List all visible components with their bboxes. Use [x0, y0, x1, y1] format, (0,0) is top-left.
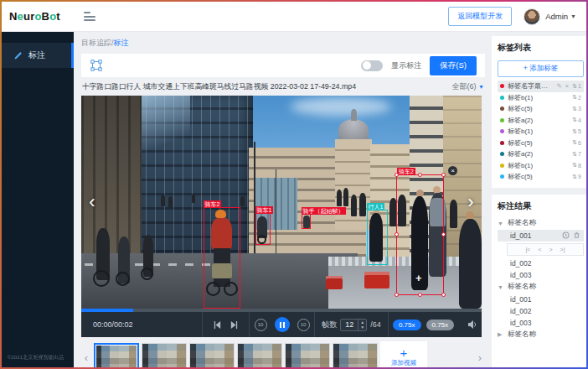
- sort-arrows-icon[interactable]: ⇅: [572, 162, 577, 169]
- label-row[interactable]: 标签a(2)⇅4: [498, 115, 584, 127]
- edit-label-icon[interactable]: ✎: [557, 82, 562, 90]
- result-group-collapsed[interactable]: ▶标签名称: [498, 329, 584, 341]
- scene-pedestrian: [161, 195, 165, 206]
- pause-button[interactable]: [275, 317, 290, 332]
- sort-arrows-icon[interactable]: ⇅: [572, 151, 577, 158]
- resize-handle[interactable]: [395, 232, 399, 236]
- time-display: 00:00/00:02: [93, 320, 133, 329]
- scene-red-bus: [326, 276, 343, 289]
- result-item[interactable]: id_003: [498, 269, 584, 281]
- result-item-selected[interactable]: id_001: [498, 230, 584, 242]
- result-group[interactable]: ▼标签名称: [498, 217, 584, 230]
- video-thumbnail-3[interactable]: [189, 343, 235, 367]
- show-annotations-toggle[interactable]: [361, 60, 383, 71]
- jump-forward-icon[interactable]: 10: [297, 319, 310, 331]
- video-thumbnail-5[interactable]: [285, 343, 330, 367]
- add-video-button[interactable]: + 添加视频: [380, 341, 427, 367]
- prev-frame-icon[interactable]: <: [538, 247, 541, 252]
- filmstrip-prev-chevron[interactable]: ‹: [81, 351, 91, 364]
- label-row[interactable]: 标签b(1)⇅8: [498, 160, 584, 172]
- speed-pill-primary[interactable]: 0.75x: [393, 320, 421, 330]
- label-row[interactable]: 标签b(1)⇅5: [498, 126, 584, 138]
- video-thumbnail-6[interactable]: [333, 343, 378, 367]
- bbox-rider-startframe[interactable]: 骑手（起始帧）: [302, 214, 311, 229]
- next-frame-icon[interactable]: >: [549, 247, 553, 252]
- filmstrip: ‹ + 添加视频 ›: [81, 337, 485, 367]
- resize-handle[interactable]: [418, 293, 422, 297]
- sort-arrows-icon[interactable]: ⇅: [572, 94, 577, 101]
- next-frame-icon[interactable]: [230, 320, 239, 330]
- delete-box-button[interactable]: ×: [448, 166, 457, 175]
- scene-streetlight: [276, 169, 276, 257]
- filmstrip-next-chevron[interactable]: ›: [475, 351, 485, 364]
- trash-icon[interactable]: [573, 231, 580, 239]
- scene-wheel: [93, 270, 110, 287]
- last-frame-icon[interactable]: >|: [560, 247, 565, 252]
- video-thumbnail-4[interactable]: [237, 343, 282, 367]
- content-area: 目标追踪/标注 显示标注 保存(S): [74, 32, 586, 367]
- resize-handle[interactable]: [395, 293, 399, 297]
- center-column: 目标追踪/标注 显示标注 保存(S): [81, 35, 485, 367]
- track-time-icon[interactable]: [562, 231, 570, 239]
- user-menu[interactable]: Admin▼: [545, 12, 576, 21]
- stepper-down-icon[interactable]: ▼: [358, 325, 366, 330]
- prev-video-chevron[interactable]: ‹: [85, 190, 100, 215]
- chevron-down-icon: ▼: [478, 84, 484, 90]
- sidebar-body: 标注 ©2021北京矩视智能出品: [2, 32, 74, 367]
- label-row[interactable]: 标签名字最长数... ✎ × ⇅1: [498, 81, 584, 92]
- jump-back-icon[interactable]: 10: [255, 319, 267, 331]
- bbox-pedestrian1[interactable]: 行人1: [367, 210, 388, 265]
- label-row[interactable]: 标签c(5)⇅3: [498, 103, 584, 115]
- add-label-button[interactable]: + 添加标签: [498, 60, 584, 77]
- result-group[interactable]: ▼标签名称: [498, 281, 584, 294]
- save-button[interactable]: 保存(S): [430, 56, 477, 75]
- label-row[interactable]: 标签c(5)⇅9: [498, 171, 584, 183]
- user-avatar[interactable]: [524, 8, 540, 25]
- filter-dropdown[interactable]: 全部(6) ▼: [452, 81, 484, 92]
- result-item[interactable]: id_001: [498, 294, 584, 305]
- scene-wheel: [116, 272, 130, 286]
- label-row[interactable]: 标签b(1)⇅2: [498, 92, 584, 104]
- resize-handle[interactable]: [441, 293, 446, 297]
- label-name: 标签b(1): [508, 127, 569, 136]
- result-item[interactable]: id_003: [498, 317, 584, 329]
- bbox-cyclist2[interactable]: 骑车2: [204, 207, 240, 309]
- sort-arrows-icon[interactable]: ⇅: [572, 128, 577, 135]
- back-to-model-dev-button[interactable]: 返回模型开发: [448, 7, 512, 26]
- result-item[interactable]: id_002: [498, 257, 584, 269]
- sort-arrows-icon[interactable]: ⇅: [572, 117, 577, 123]
- video-thumbnail-1[interactable]: [94, 343, 139, 367]
- video-stage[interactable]: 骑车2 骑车1 骑手（起始帧） 行人1 骑车2: [81, 96, 482, 309]
- caret-right-icon: ▶: [498, 331, 503, 338]
- prev-frame-icon[interactable]: [213, 320, 222, 330]
- sort-arrows-icon[interactable]: ⇅: [572, 106, 577, 112]
- label-color-dot: [500, 107, 504, 111]
- bbox-cyclist1[interactable]: 骑车1: [255, 213, 271, 245]
- volume-icon[interactable]: [467, 320, 477, 330]
- speed-pill-secondary[interactable]: 0.75x: [426, 320, 455, 330]
- resize-handle[interactable]: [395, 173, 399, 177]
- video-thumbnail-2[interactable]: [142, 343, 187, 367]
- label-shortcut: ⇅2: [572, 94, 581, 101]
- first-frame-icon[interactable]: |<: [526, 247, 531, 252]
- frame-number-input[interactable]: [341, 320, 358, 330]
- breadcrumb-parent[interactable]: 目标追踪: [81, 39, 111, 47]
- rect-select-tool-icon[interactable]: [90, 59, 103, 72]
- sort-arrows-icon[interactable]: ⇅: [572, 174, 577, 180]
- resize-handle[interactable]: [418, 173, 422, 177]
- delete-label-icon[interactable]: ×: [565, 82, 569, 90]
- resize-handle[interactable]: [441, 173, 446, 177]
- logo-letter: o: [34, 10, 41, 23]
- resize-handle[interactable]: [441, 232, 446, 236]
- group-name: 标签名称: [508, 330, 536, 340]
- label-shortcut: ⇅4: [572, 117, 581, 123]
- scene-pedestrian: [359, 193, 366, 216]
- label-row[interactable]: 标签c(5)⇅6: [498, 138, 584, 149]
- sort-arrows-icon[interactable]: ⇅: [572, 139, 577, 146]
- sidebar-item-annotate[interactable]: 标注: [2, 43, 74, 68]
- result-item[interactable]: id_002: [498, 305, 584, 317]
- menu-collapse-icon[interactable]: [84, 12, 95, 21]
- sort-arrows-icon[interactable]: ⇅: [572, 83, 577, 90]
- next-video-chevron[interactable]: ›: [463, 190, 478, 215]
- label-row[interactable]: 标签a(2)⇅7: [498, 148, 584, 160]
